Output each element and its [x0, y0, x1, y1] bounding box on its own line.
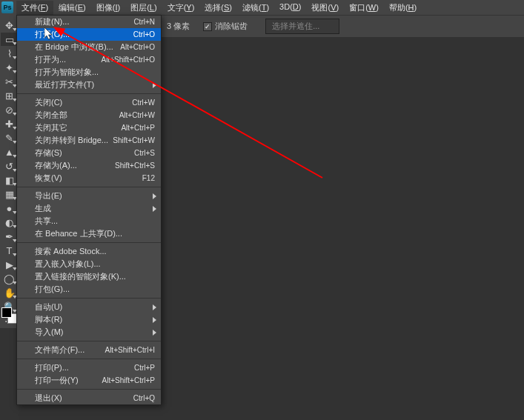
menu-item[interactable]: 在 Behance 上共享(D)... [17, 227, 161, 240]
menu-item-label: 打印(P)... [35, 362, 134, 373]
menu-item[interactable]: 在 Bridge 中浏览(B)...Alt+Ctrl+O [17, 41, 161, 53]
lasso-tool[interactable]: ⌇ [1, 47, 18, 60]
menu-item-s[interactable]: 选择(S) [199, 1, 237, 15]
menu-item[interactable]: 最近打开文件(T) [17, 79, 161, 91]
menu-item-label: 自动(U) [35, 301, 155, 313]
eraser-tool[interactable]: ◧ [1, 173, 18, 187]
menu-item-label: 打印一份(Y) [35, 375, 102, 386]
menu-item[interactable]: 关闭并转到 Bridge...Shift+Ctrl+W [17, 134, 161, 147]
menu-item[interactable]: 恢复(V)F12 [17, 172, 161, 184]
move-tool[interactable]: ✥ [1, 19, 18, 32]
app-logo: Ps [1, 1, 13, 13]
menu-separator [17, 341, 161, 341]
crop-tool[interactable]: ✂ [1, 75, 18, 88]
menu-item-label: 退出(X) [35, 393, 133, 404]
frame-tool[interactable]: ⊞ [1, 89, 18, 102]
menu-item[interactable]: 打开(O)...Ctrl+O [17, 28, 161, 41]
menu-item-h[interactable]: 帮助(H) [384, 1, 422, 15]
menu-item[interactable]: 打开为智能对象... [17, 66, 161, 79]
menu-item-l[interactable]: 图层(L) [125, 1, 162, 15]
menu-item-i[interactable]: 图像(I) [91, 1, 125, 15]
menu-item-v[interactable]: 视图(V) [306, 1, 344, 15]
marquee-tool[interactable]: ▭ [1, 33, 18, 46]
quick-select-tool[interactable]: ✦ [1, 61, 18, 74]
shape-tool[interactable]: ◯ [1, 272, 18, 285]
menu-separator [17, 187, 161, 187]
menu-item-label: 导入(M) [35, 327, 155, 338]
menu-item-shortcut: Alt+Shift+Ctrl+I [105, 346, 155, 354]
pen-tool[interactable]: ✒ [1, 230, 18, 243]
menu-item[interactable]: 打开为...Alt+Shift+Ctrl+O [17, 53, 161, 66]
mouse-cursor-icon [44, 27, 53, 41]
menu-item-label: 关闭全部 [35, 110, 119, 121]
menu-item-shortcut: Ctrl+S [134, 149, 155, 157]
menu-item-label: 共享... [35, 216, 155, 227]
menu-item-label: 生成 [35, 203, 155, 214]
menubar: Ps 文件(F)编辑(E)图像(I)图层(L)文字(Y)选择(S)滤镜(T)3D… [0, 0, 524, 15]
menu-item-shortcut: Shift+Ctrl+S [115, 161, 155, 170]
stamp-tool[interactable]: ▲ [1, 145, 18, 159]
menu-item-shortcut: F12 [142, 174, 155, 182]
type-tool[interactable]: T [1, 244, 18, 257]
menu-item[interactable]: 脚本(R) [17, 313, 161, 326]
menu-item-shortcut: Ctrl+Q [133, 394, 155, 402]
menu-item-label: 搜索 Adobe Stock... [35, 246, 155, 257]
menu-item[interactable]: 生成 [17, 202, 161, 215]
menu-item[interactable]: 打印(P)...Ctrl+P [17, 361, 161, 374]
menu-item[interactable]: 搜索 Adobe Stock... [17, 245, 161, 258]
menu-item[interactable]: 关闭其它Alt+Ctrl+P [17, 121, 161, 134]
menu-item-t[interactable]: 滤镜(T) [237, 1, 274, 15]
menu-item-shortcut: Alt+Ctrl+O [120, 43, 155, 51]
menu-item-y[interactable]: 文字(Y) [162, 1, 200, 15]
brush-tool[interactable]: ✎ [1, 131, 18, 144]
blur-tool[interactable]: ● [1, 201, 18, 215]
menu-item[interactable]: 打包(G)... [17, 283, 161, 296]
menu-item[interactable]: 关闭(C)Ctrl+W [17, 96, 161, 109]
menu-item-w[interactable]: 窗口(W) [344, 1, 384, 15]
antialias-checkbox[interactable]: ✓ [203, 22, 212, 31]
file-menu-dropdown[interactable]: 新建(N)...Ctrl+N打开(O)...Ctrl+O在 Bridge 中浏览… [16, 15, 162, 405]
menu-item[interactable]: 导入(M) [17, 326, 161, 339]
menu-item[interactable]: 关闭全部Alt+Ctrl+W [17, 109, 161, 121]
select-and-mask-button[interactable]: 选择并遮住... [265, 19, 339, 34]
hand-tool[interactable]: ✋ [1, 286, 18, 299]
menu-item-label: 恢复(V) [35, 173, 142, 184]
path-select-tool[interactable]: ▶ [1, 258, 18, 271]
menu-item-e[interactable]: 编辑(E) [53, 1, 91, 15]
menu-item-label: 关闭并转到 Bridge... [35, 135, 113, 146]
menu-item[interactable]: 自动(U) [17, 301, 161, 313]
foreground-color-swatch[interactable] [1, 307, 12, 318]
history-brush-tool[interactable]: ↺ [1, 159, 18, 173]
menu-item-shortcut: Alt+Shift+Ctrl+O [101, 56, 155, 64]
menu-item[interactable]: 共享... [17, 215, 161, 227]
antialias-label: 消除锯齿 [215, 21, 248, 32]
menu-item-shortcut: Ctrl+O [133, 30, 155, 39]
gradient-tool[interactable]: ▦ [1, 187, 18, 201]
eyedropper-tool[interactable]: ⊘ [1, 103, 18, 116]
menu-item-f[interactable]: 文件(F) [16, 1, 53, 15]
submenu-arrow-icon [153, 330, 156, 336]
menu-item[interactable]: 打印一份(Y)Alt+Shift+Ctrl+P [17, 374, 161, 387]
menu-item[interactable]: 置入链接的智能对象(K)... [17, 270, 161, 283]
menu-item[interactable]: 存储为(A)...Shift+Ctrl+S [17, 159, 161, 172]
menu-item[interactable]: 导出(E) [17, 190, 161, 202]
menu-item[interactable]: 文件简介(F)...Alt+Shift+Ctrl+I [17, 344, 161, 356]
menu-item-label: 脚本(R) [35, 314, 155, 325]
menu-item-label: 最近打开文件(T) [35, 79, 155, 90]
menu-item[interactable]: 置入嵌入对象(L)... [17, 258, 161, 270]
menu-item-label: 存储为(A)... [35, 160, 115, 171]
menu-item[interactable]: 退出(X)Ctrl+Q [17, 392, 161, 404]
menu-item-label: 置入链接的智能对象(K)... [35, 271, 155, 282]
menu-item[interactable]: 新建(N)...Ctrl+N [17, 16, 161, 28]
submenu-arrow-icon [153, 317, 156, 323]
submenu-arrow-icon [153, 304, 156, 310]
color-swatches[interactable] [1, 307, 18, 324]
dodge-tool[interactable]: ◐ [1, 216, 18, 229]
menu-item[interactable]: 存储(S)Ctrl+S [17, 147, 161, 159]
menu-item-label: 置入嵌入对象(L)... [35, 259, 155, 270]
menu-item-d[interactable]: 3D(D) [274, 1, 306, 15]
menu-item-label: 新建(N)... [35, 16, 133, 27]
menu-separator [17, 298, 161, 299]
healing-tool[interactable]: ✚ [1, 117, 18, 130]
menu-item-label: 关闭其它 [35, 122, 121, 133]
